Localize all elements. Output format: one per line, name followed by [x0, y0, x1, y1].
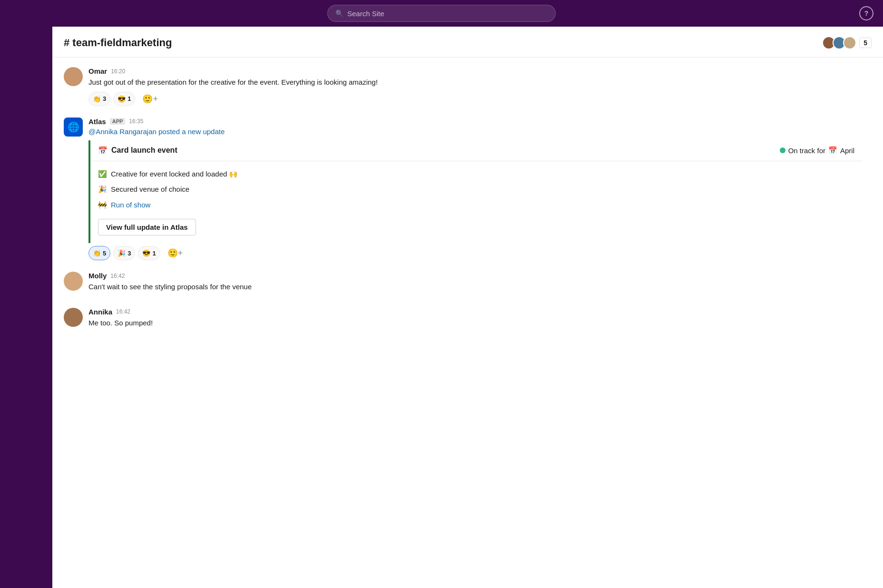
reaction-emoji: 😎 [142, 249, 150, 257]
message-header-atlas: Atlas APP 16:35 [88, 118, 872, 126]
card-item-text: Creative for event locked and loaded 🙌 [111, 169, 238, 180]
card-title-text: Card launch event [111, 146, 177, 155]
message-molly: Molly 16:42 Can't wait to see the stylin… [64, 272, 872, 296]
message-body-molly: Molly 16:42 Can't wait to see the stylin… [88, 272, 872, 296]
status-dot [780, 147, 785, 153]
timestamp: 16:35 [129, 118, 143, 125]
status-label: On track for [788, 147, 825, 155]
reaction-cool-atlas[interactable]: 😎 1 [138, 246, 160, 260]
avatar-annika [64, 308, 83, 327]
timestamp: 16:42 [116, 308, 130, 315]
add-reaction-button[interactable]: 🙂+ [138, 92, 162, 106]
channel-members: 5 [822, 36, 872, 49]
channel-title: # team-fieldmarketing [64, 37, 172, 49]
card-body: ✅ Creative for event locked and loaded 🙌… [90, 161, 862, 244]
search-placeholder: Search Site [347, 10, 384, 18]
reactions-atlas: 👏 5 🎉 3 😎 1 🙂+ [88, 246, 872, 260]
reaction-count: 1 [152, 250, 156, 257]
card-status: On track for 📅 April [780, 146, 854, 155]
message-text: Me too. So pumped! [88, 318, 872, 329]
sidebar [0, 27, 52, 588]
avatar-omar [64, 67, 83, 86]
atlas-mention: @Annika Rangarajan posted a new update [88, 127, 872, 136]
reaction-count: 3 [103, 95, 106, 102]
card-item-icon: 🎉 [98, 184, 107, 195]
reaction-emoji: 👏 [93, 249, 101, 257]
reactions: 👏 3 😎 1 🙂+ [88, 92, 872, 106]
reaction-cool[interactable]: 😎 1 [113, 92, 135, 106]
message-atlas: 🌐 Atlas APP 16:35 @Annika Rangarajan pos… [64, 118, 872, 261]
message-text: Just got out of the presentation for the… [88, 77, 872, 88]
reaction-count: 1 [128, 95, 131, 102]
card-item-text: Secured venue of choice [111, 184, 189, 195]
message-header-annika: Annika 16:42 [88, 308, 872, 316]
avatar [843, 36, 856, 49]
add-reaction-icon: 🙂+ [142, 94, 158, 104]
search-bar[interactable]: 🔍 Search Site [327, 5, 556, 22]
message-text: Can't wait to see the styling proposals … [88, 282, 872, 293]
atlas-update-card: 📅 Card launch event On track for 📅 April [88, 140, 862, 244]
sender-name: Omar [88, 67, 107, 75]
member-avatars [822, 36, 856, 49]
card-item-1: ✅ Creative for event locked and loaded 🙌 [98, 169, 854, 180]
channel-header: # team-fieldmarketing 5 [52, 27, 883, 58]
message-header-molly: Molly 16:42 [88, 272, 872, 280]
card-title: 📅 Card launch event [98, 146, 177, 155]
sender-name: Molly [88, 272, 107, 280]
message-body-omar: Omar 16:20 Just got out of the presentat… [88, 67, 872, 106]
main-layout: # team-fieldmarketing 5 Omar 16:20 [0, 27, 883, 588]
reaction-count: 5 [103, 250, 106, 257]
sender-name: Atlas [88, 118, 106, 126]
timestamp: 16:20 [111, 68, 125, 75]
message-omar: Omar 16:20 Just got out of the presentat… [64, 67, 872, 106]
message-body-atlas: Atlas APP 16:35 @Annika Rangarajan poste… [88, 118, 872, 261]
view-full-update-button[interactable]: View full update in Atlas [98, 219, 196, 235]
sender-name: Annika [88, 308, 112, 316]
card-item-icon: ✅ [98, 169, 107, 180]
member-count: 5 [859, 38, 872, 48]
avatar-atlas: 🌐 [64, 118, 83, 137]
add-reaction-icon: 🙂+ [167, 248, 183, 258]
atlas-icon: 🌐 [68, 121, 79, 133]
content-area: # team-fieldmarketing 5 Omar 16:20 [52, 27, 883, 588]
topbar: 🔍 Search Site ? [0, 0, 883, 27]
reaction-count: 3 [128, 250, 131, 257]
reaction-emoji: 😎 [118, 95, 126, 103]
avatar-molly [64, 272, 83, 291]
card-item-2: 🎉 Secured venue of choice [98, 184, 854, 195]
help-button[interactable]: ? [859, 6, 873, 20]
card-item-3: 🚧 Run of show [98, 200, 854, 211]
card-title-icon: 📅 [98, 146, 108, 155]
card-header: 📅 Card launch event On track for 📅 April [90, 140, 862, 161]
reaction-clap[interactable]: 👏 3 [88, 92, 110, 106]
add-reaction-button-atlas[interactable]: 🙂+ [163, 246, 187, 260]
messages-list: Omar 16:20 Just got out of the presentat… [52, 58, 883, 588]
reaction-party[interactable]: 🎉 3 [113, 246, 135, 260]
mention-text: @Annika Rangarajan posted a new update [88, 127, 225, 136]
message-annika: Annika 16:42 Me too. So pumped! [64, 308, 872, 333]
reaction-emoji: 🎉 [118, 249, 126, 257]
status-month: April [840, 147, 854, 155]
timestamp: 16:42 [110, 273, 125, 279]
status-icon: 📅 [828, 146, 837, 155]
reaction-emoji: 👏 [93, 95, 101, 103]
run-of-show-link[interactable]: Run of show [111, 200, 150, 211]
message-header-omar: Omar 16:20 [88, 67, 872, 75]
help-icon: ? [864, 10, 869, 17]
card-item-icon: 🚧 [98, 200, 107, 211]
reaction-clap-atlas[interactable]: 👏 5 [88, 246, 110, 260]
app-badge: APP [110, 118, 126, 125]
search-icon: 🔍 [335, 10, 343, 17]
message-body-annika: Annika 16:42 Me too. So pumped! [88, 308, 872, 333]
